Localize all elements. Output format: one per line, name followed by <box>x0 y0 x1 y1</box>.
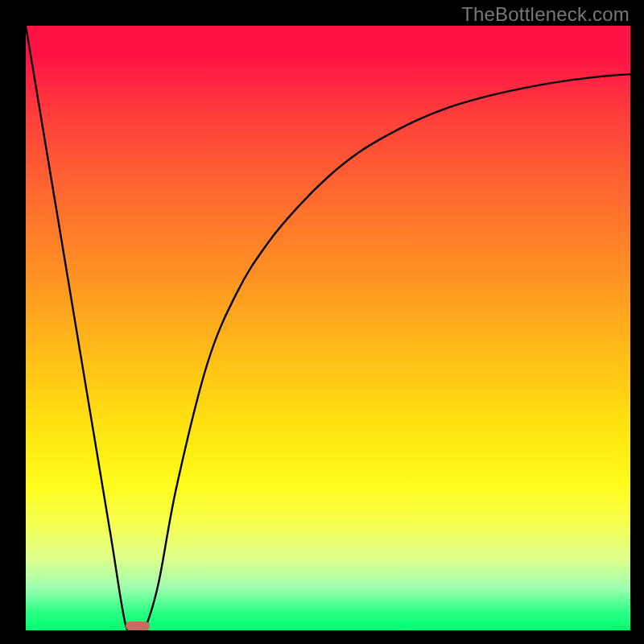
plot-area <box>26 26 630 630</box>
chart-frame: TheBottleneck.com <box>0 0 644 644</box>
watermark-text: TheBottleneck.com <box>461 3 630 26</box>
optimal-range-marker <box>126 621 150 630</box>
bottleneck-curve <box>26 26 630 630</box>
